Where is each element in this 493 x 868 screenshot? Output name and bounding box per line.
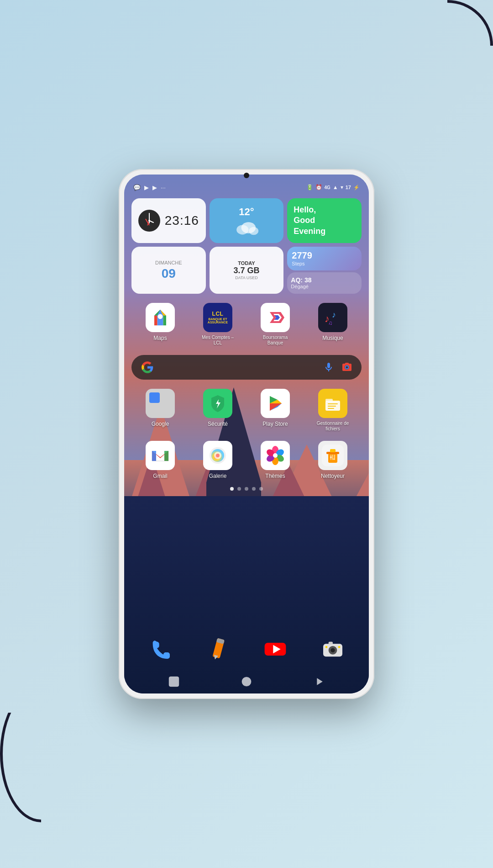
data-amount: 3.7 GB bbox=[233, 266, 259, 275]
galerie-icon[interactable] bbox=[203, 441, 232, 470]
phone-screen: 💬 ▶ ▶ ··· 🔋 ⏰ 4G ▲ ▾ 17 ⚡ bbox=[124, 175, 369, 693]
svg-rect-75 bbox=[169, 677, 179, 687]
dot-4[interactable] bbox=[252, 487, 256, 491]
camera-notch bbox=[244, 169, 249, 178]
nettoyeur-label: Nettoyeur bbox=[321, 473, 345, 479]
page-background: 💬 ▶ ▶ ··· 🔋 ⏰ 4G ▲ ▾ 17 ⚡ bbox=[0, 0, 493, 868]
app-row-3: Gmail bbox=[124, 437, 369, 483]
dock-pencil[interactable] bbox=[203, 635, 232, 664]
battery-percent: 17 bbox=[346, 185, 351, 190]
playstore-icon[interactable] bbox=[261, 389, 290, 418]
signal-icon: ▲ bbox=[333, 184, 338, 191]
temperature: 12° bbox=[239, 206, 254, 218]
deco-curve-top bbox=[402, 0, 493, 91]
pencil-app-icon[interactable] bbox=[203, 635, 232, 664]
boursorama-icon[interactable] bbox=[261, 303, 290, 332]
svg-point-72 bbox=[325, 646, 328, 648]
front-camera bbox=[244, 173, 249, 178]
widgets-container: 23:16 12° Hello, Good Evening bbox=[124, 195, 369, 297]
dot-3[interactable] bbox=[245, 487, 248, 491]
app-galerie[interactable]: Galerie bbox=[199, 441, 236, 479]
steps-count: 2779 bbox=[292, 250, 312, 261]
4g-icon: 4G bbox=[325, 185, 330, 190]
svg-rect-35 bbox=[164, 451, 168, 461]
lcl-label: Mes Comptes – LCL bbox=[199, 335, 236, 346]
clock-widget: 23:16 bbox=[131, 198, 206, 243]
app-gestionnaire[interactable]: Gestionnaire de fichiers bbox=[315, 389, 351, 432]
gmail-icon[interactable] bbox=[146, 441, 175, 470]
app-maps[interactable]: Maps bbox=[142, 303, 178, 346]
svg-point-71 bbox=[330, 648, 335, 652]
musique-icon[interactable]: ♪ ♪ ♫ bbox=[318, 303, 347, 332]
youtube-icon[interactable] bbox=[261, 635, 290, 664]
app-row-1: Maps LCL BANQUE ET ASSURANCE Mes Comptes… bbox=[124, 299, 369, 349]
dock-phone[interactable] bbox=[146, 635, 175, 664]
battery-outline-icon: 🔋 bbox=[306, 184, 313, 191]
page-dots bbox=[124, 487, 369, 491]
steps-aq-container: 2779 Steps AQ: 38 Dégagé bbox=[287, 247, 362, 294]
app-themes[interactable]: Thèmes bbox=[257, 441, 294, 479]
more-icon: ··· bbox=[161, 184, 166, 191]
hello-line1: Hello, bbox=[294, 205, 316, 215]
steps-widget: 2779 Steps bbox=[287, 247, 362, 270]
phone-shell: 💬 ▶ ▶ ··· 🔋 ⏰ 4G ▲ ▾ 17 ⚡ bbox=[119, 169, 374, 699]
nav-home-button[interactable] bbox=[166, 673, 182, 690]
date-widget: Dimanche 09 bbox=[131, 247, 206, 294]
charging-icon: ⚡ bbox=[353, 185, 360, 191]
svg-rect-74 bbox=[329, 642, 333, 645]
themes-icon[interactable] bbox=[261, 441, 290, 470]
app-lcl[interactable]: LCL BANQUE ET ASSURANCE Mes Comptes – LC… bbox=[199, 303, 236, 346]
securite-icon[interactable] bbox=[203, 389, 232, 418]
app-nettoyeur[interactable]: Nettoyeur bbox=[315, 441, 351, 479]
data-used-label: DATA USED bbox=[235, 275, 258, 280]
play-icon-2: ▶ bbox=[152, 184, 157, 191]
app-playstore[interactable]: Play Store bbox=[257, 389, 294, 432]
dot-2[interactable] bbox=[237, 487, 241, 491]
dot-5[interactable] bbox=[259, 487, 263, 491]
hello-line2: Good bbox=[294, 215, 315, 226]
google-folder-label: Google bbox=[152, 421, 169, 427]
nav-recents-button[interactable] bbox=[238, 673, 255, 690]
camera-icon[interactable] bbox=[318, 635, 347, 664]
app-gmail[interactable]: Gmail bbox=[142, 441, 178, 479]
app-google-folder[interactable]: Google bbox=[142, 389, 178, 432]
svg-point-8 bbox=[148, 220, 150, 222]
svg-rect-29 bbox=[328, 403, 338, 404]
clock-time: 23:16 bbox=[165, 213, 199, 228]
lcl-icon[interactable]: LCL BANQUE ET ASSURANCE bbox=[203, 303, 232, 332]
gestionnaire-label: Gestionnaire de fichiers bbox=[315, 421, 351, 432]
svg-rect-31 bbox=[328, 408, 334, 409]
themes-label: Thèmes bbox=[265, 473, 285, 479]
svg-rect-59 bbox=[147, 636, 173, 662]
nettoyeur-icon[interactable] bbox=[318, 441, 347, 470]
svg-point-76 bbox=[242, 677, 251, 686]
search-bar[interactable] bbox=[131, 355, 362, 380]
day-name: Dimanche bbox=[155, 260, 182, 265]
svg-rect-53 bbox=[330, 449, 336, 452]
maps-icon[interactable] bbox=[146, 303, 175, 332]
aq-condition: Dégagé bbox=[291, 284, 309, 289]
maps-label: Maps bbox=[153, 335, 167, 341]
nav-back-button[interactable] bbox=[311, 673, 327, 690]
musique-label: Musique bbox=[322, 335, 343, 341]
svg-rect-34 bbox=[152, 451, 156, 461]
svg-rect-58 bbox=[334, 455, 335, 460]
app-musique[interactable]: ♪ ♪ ♫ Musique bbox=[315, 303, 351, 346]
google-folder-icon[interactable] bbox=[146, 389, 175, 418]
svg-rect-30 bbox=[328, 406, 336, 407]
dock-youtube[interactable] bbox=[261, 635, 290, 664]
svg-point-23 bbox=[346, 366, 349, 369]
phone-icon[interactable] bbox=[146, 635, 175, 664]
aq-value: AQ: 38 bbox=[291, 276, 311, 284]
camera-search-icon[interactable] bbox=[341, 362, 352, 373]
google-g-logo[interactable] bbox=[141, 360, 154, 374]
svg-rect-57 bbox=[332, 455, 333, 460]
dot-1[interactable] bbox=[230, 487, 234, 491]
dock-camera[interactable] bbox=[318, 635, 347, 664]
gestionnaire-icon[interactable] bbox=[318, 389, 347, 418]
app-row-2: Google Sécurité bbox=[124, 385, 369, 435]
svg-rect-28 bbox=[325, 399, 333, 402]
mic-icon[interactable] bbox=[323, 362, 334, 373]
app-securite[interactable]: Sécurité bbox=[199, 389, 236, 432]
app-boursorama[interactable]: Boursorama Banque bbox=[257, 303, 294, 346]
